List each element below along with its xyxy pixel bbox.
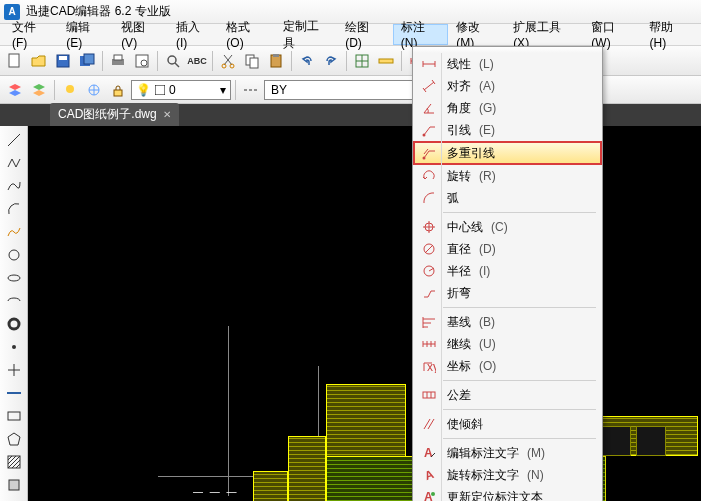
ord-icon: xy: [419, 359, 439, 373]
menu-dimension[interactable]: 标注(N): [393, 24, 449, 45]
mleader-icon: [419, 146, 439, 160]
rectangle-tool[interactable]: [4, 406, 24, 426]
dia-icon: [419, 242, 439, 256]
menu-insert[interactable]: 插入(I): [168, 24, 218, 45]
menu-item-label: 弧: [447, 190, 459, 207]
menu-ext-tools[interactable]: 扩展工具(X): [505, 24, 583, 45]
copy-button[interactable]: [241, 50, 263, 72]
menu-separator: [443, 307, 596, 308]
layer-bulb-icon[interactable]: [59, 79, 81, 101]
svg-line-45: [424, 82, 434, 90]
layer-combo[interactable]: 💡 0 ▾: [131, 80, 231, 100]
center-icon: [419, 220, 439, 234]
svg-rect-0: [9, 54, 19, 67]
svg-line-10: [175, 63, 179, 67]
menu-bar: 文件(F) 编辑(E) 视图(V) 插入(I) 格式(O) 定制工具 绘图(D)…: [0, 24, 701, 46]
menu-window[interactable]: 窗口(W): [583, 24, 641, 45]
arc2-tool[interactable]: [4, 291, 24, 311]
menu-format[interactable]: 格式(O): [218, 24, 274, 45]
save-as-button[interactable]: [76, 50, 98, 72]
angle-icon: [419, 101, 439, 115]
menu-item-hotkey: (I): [479, 264, 490, 278]
circle-tool[interactable]: [4, 245, 24, 265]
bylayer-combo-b[interactable]: BY: [264, 80, 414, 100]
layer-lock-icon[interactable]: [107, 79, 129, 101]
separator-icon: [157, 51, 158, 71]
svg-point-33: [9, 319, 19, 329]
region-tool[interactable]: [4, 475, 24, 495]
obl-icon: [419, 417, 439, 431]
linetype-button[interactable]: [240, 79, 262, 101]
menu-item-label: 多重引线: [447, 145, 495, 162]
open-button[interactable]: [28, 50, 50, 72]
grid-button[interactable]: [351, 50, 373, 72]
layer-manager-button[interactable]: [4, 79, 26, 101]
print-button[interactable]: [107, 50, 129, 72]
rotate-icon: [419, 169, 439, 183]
menu-item-hotkey: (U): [479, 337, 496, 351]
menu-item-label: 折弯: [447, 285, 471, 302]
menu-edit[interactable]: 编辑(E): [58, 24, 113, 45]
menu-item-hotkey: (G): [479, 101, 496, 115]
hatch-tool[interactable]: [4, 452, 24, 472]
polygon-tool[interactable]: [4, 429, 24, 449]
xline-tool[interactable]: [4, 383, 24, 403]
save-button[interactable]: [52, 50, 74, 72]
aligned-icon: [419, 79, 439, 93]
menu-separator: [443, 409, 596, 410]
menu-separator: [443, 380, 596, 381]
svg-rect-14: [250, 58, 258, 68]
spell-button[interactable]: ABC: [186, 50, 208, 72]
menu-item-hotkey: (E): [479, 123, 495, 137]
menu-item-label: 基线: [447, 314, 471, 331]
print-preview-button[interactable]: [131, 50, 153, 72]
undo-button[interactable]: [296, 50, 318, 72]
spline-tool[interactable]: [4, 176, 24, 196]
point-tool[interactable]: [4, 337, 24, 357]
trot-icon: A: [419, 468, 439, 482]
menu-custom-tools[interactable]: 定制工具: [275, 24, 338, 45]
separator-icon: [401, 51, 402, 71]
dimension-dropdown-menu: 线性(L)对齐(A)角度(G)引线(E)多重引线旋转(R)弧中心线(C)直径(D…: [412, 46, 603, 501]
line-tool[interactable]: [4, 130, 24, 150]
leader-icon: [419, 123, 439, 137]
freehand-tool[interactable]: [4, 222, 24, 242]
svg-point-32: [8, 275, 20, 281]
close-icon[interactable]: ✕: [163, 109, 171, 120]
cut-button[interactable]: [217, 50, 239, 72]
svg-rect-20: [379, 59, 393, 63]
svg-point-77: [431, 492, 435, 496]
menu-view[interactable]: 视图(V): [113, 24, 168, 45]
linear-icon: [419, 57, 439, 71]
menu-item-label: 线性: [447, 56, 471, 73]
menu-modify[interactable]: 修改(M): [448, 24, 505, 45]
arc-tool[interactable]: [4, 199, 24, 219]
document-tab[interactable]: CAD图纸例子.dwg ✕: [50, 103, 179, 126]
ray-tool[interactable]: [4, 360, 24, 380]
menu-help[interactable]: 帮助(H): [641, 24, 697, 45]
separator-icon: [102, 51, 103, 71]
new-button[interactable]: [4, 50, 26, 72]
menu-draw[interactable]: 绘图(D): [337, 24, 393, 45]
separator-icon: [212, 51, 213, 71]
tedit-icon: A: [419, 446, 439, 460]
paste-button[interactable]: [265, 50, 287, 72]
layer-freeze-icon[interactable]: [83, 79, 105, 101]
canvas-marks: — — —: [193, 486, 239, 497]
layer-states-button[interactable]: [28, 79, 50, 101]
arc-icon: [419, 191, 439, 205]
svg-line-54: [425, 245, 433, 253]
donut-tool[interactable]: [4, 314, 24, 334]
menu-item-label: 编辑标注文字: [447, 445, 519, 462]
redo-button[interactable]: [320, 50, 342, 72]
menu-item-label: 中心线: [447, 219, 483, 236]
ellipse-tool[interactable]: [4, 268, 24, 288]
find-button[interactable]: [162, 50, 184, 72]
svg-rect-38: [8, 412, 20, 420]
menu-item-label: 更新定位标注文本: [447, 489, 543, 502]
layer-name: 0: [169, 83, 176, 97]
polyline-tool[interactable]: [4, 153, 24, 173]
menu-file[interactable]: 文件(F): [4, 24, 58, 45]
measure-button[interactable]: [375, 50, 397, 72]
svg-point-34: [12, 345, 16, 349]
